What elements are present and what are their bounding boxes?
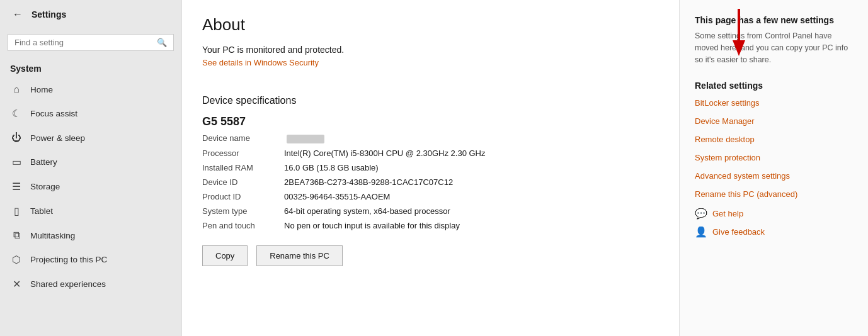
focus-assist-icon: ☾ xyxy=(10,108,23,120)
protection-text: Your PC is monitored and protected. xyxy=(202,45,659,55)
spec-value: 64-bit operating system, x64-based proce… xyxy=(284,204,659,218)
search-icon: 🔍 xyxy=(157,38,167,47)
table-row: Installed RAM 16.0 GB (15.8 GB usable) xyxy=(202,160,659,175)
spec-label: Device ID xyxy=(202,175,284,189)
sidebar-item-multitasking[interactable]: ⧉ Multitasking xyxy=(0,223,181,247)
sidebar-item-home[interactable]: ⌂ Home xyxy=(0,77,181,101)
sidebar-item-storage[interactable]: ☰ Storage xyxy=(0,174,181,199)
spec-label: Device name xyxy=(202,131,284,146)
advanced-system-link[interactable]: Advanced system settings xyxy=(695,171,853,181)
sidebar-item-shared-experiences[interactable]: ✕ Shared experiences xyxy=(0,272,181,296)
copy-button[interactable]: Copy xyxy=(202,245,248,266)
bitlocker-link[interactable]: BitLocker settings xyxy=(695,98,853,108)
table-row: Processor Intel(R) Core(TM) i5-8300H CPU… xyxy=(202,146,659,160)
power-icon: ⏻ xyxy=(10,132,23,143)
sidebar-item-label: Storage xyxy=(30,182,60,191)
table-row: Device name xyxy=(202,131,659,146)
sidebar-item-power-sleep[interactable]: ⏻ Power & sleep xyxy=(0,126,181,150)
sidebar-item-tablet[interactable]: ▯ Tablet xyxy=(0,199,181,223)
get-help-item[interactable]: 💬 Get help xyxy=(695,208,853,220)
spec-value: 16.0 GB (15.8 GB usable) xyxy=(284,160,659,175)
sidebar-item-label: Tablet xyxy=(30,206,53,216)
search-container: 🔍 xyxy=(8,34,174,51)
rename-pc-advanced-link[interactable]: Rename this PC (advanced) xyxy=(695,189,853,199)
sidebar-item-label: Focus assist xyxy=(30,109,77,118)
right-panel: This page has a few new settings Some se… xyxy=(679,0,868,336)
spec-value: Intel(R) Core(TM) i5-8300H CPU @ 2.30GHz… xyxy=(284,146,659,160)
sidebar-item-projecting[interactable]: ⬡ Projecting to this PC xyxy=(0,247,181,272)
system-protection-link[interactable]: System protection xyxy=(695,153,853,162)
remote-desktop-link[interactable]: Remote desktop xyxy=(695,135,853,144)
spec-label: Pen and touch xyxy=(202,218,284,233)
spec-value: No pen or touch input is available for t… xyxy=(284,218,659,233)
table-row: System type 64-bit operating system, x64… xyxy=(202,204,659,218)
get-help-link[interactable]: Get help xyxy=(712,209,743,218)
table-row: Pen and touch No pen or touch input is a… xyxy=(202,218,659,233)
back-button[interactable]: ← xyxy=(10,6,25,23)
spec-label: Product ID xyxy=(202,189,284,204)
sidebar-item-label: Home xyxy=(30,85,53,94)
table-row: Device ID 2BEA736B-C273-438B-9288-1CAC17… xyxy=(202,175,659,189)
page-title: About xyxy=(202,15,659,35)
new-settings-desc: Some settings from Control Panel have mo… xyxy=(695,30,853,65)
back-icon: ← xyxy=(13,9,23,20)
device-name-value: G5 5587 xyxy=(202,115,659,128)
action-buttons: Copy Rename this PC xyxy=(202,245,659,266)
rename-button[interactable]: Rename this PC xyxy=(256,245,343,266)
table-row: Product ID 00325-96464-35515-AAOEM xyxy=(202,189,659,204)
give-feedback-icon: 👤 xyxy=(695,226,707,238)
device-specs-title: Device specifications xyxy=(202,95,659,106)
sidebar-item-battery[interactable]: ▭ Battery xyxy=(0,150,181,174)
sidebar-item-label: Shared experiences xyxy=(30,279,106,289)
sidebar-item-label: Multitasking xyxy=(30,231,75,240)
storage-icon: ☰ xyxy=(10,181,23,193)
sidebar-item-label: Power & sleep xyxy=(30,133,85,143)
main-content: About Your PC is monitored and protected… xyxy=(181,0,679,336)
spec-label: System type xyxy=(202,204,284,218)
spec-table: Device name Processor Intel(R) Core(TM) … xyxy=(202,131,659,233)
sidebar-item-focus-assist[interactable]: ☾ Focus assist xyxy=(0,101,181,126)
sidebar-header: ← Settings xyxy=(0,0,181,29)
device-name-blurred xyxy=(287,135,324,143)
spec-value xyxy=(284,131,659,146)
sidebar-item-label: Projecting to this PC xyxy=(30,255,107,264)
get-help-icon: 💬 xyxy=(695,208,707,220)
home-icon: ⌂ xyxy=(10,84,23,95)
spec-value: 00325-96464-35515-AAOEM xyxy=(284,189,659,204)
security-link[interactable]: See details in Windows Security xyxy=(202,58,319,67)
search-input[interactable] xyxy=(14,38,152,47)
projecting-icon: ⬡ xyxy=(10,254,23,266)
shared-experiences-icon: ✕ xyxy=(10,278,23,290)
sidebar: ← Settings 🔍 System ⌂ Home ☾ Focus assis… xyxy=(0,0,181,336)
related-settings-title: Related settings xyxy=(695,81,853,91)
give-feedback-item[interactable]: 👤 Give feedback xyxy=(695,226,853,238)
battery-icon: ▭ xyxy=(10,156,23,168)
spec-label: Installed RAM xyxy=(202,160,284,175)
spec-label: Processor xyxy=(202,146,284,160)
sidebar-title: Settings xyxy=(31,9,66,20)
tablet-icon: ▯ xyxy=(10,205,23,217)
spec-value: 2BEA736B-C273-438B-9288-1CAC17C07C12 xyxy=(284,175,659,189)
system-section-label: System xyxy=(0,56,181,77)
new-settings-title: This page has a few new settings xyxy=(695,15,853,25)
give-feedback-link[interactable]: Give feedback xyxy=(712,227,765,237)
sidebar-item-label: Battery xyxy=(30,157,57,167)
device-manager-link[interactable]: Device Manager xyxy=(695,116,853,126)
multitasking-icon: ⧉ xyxy=(10,230,23,241)
